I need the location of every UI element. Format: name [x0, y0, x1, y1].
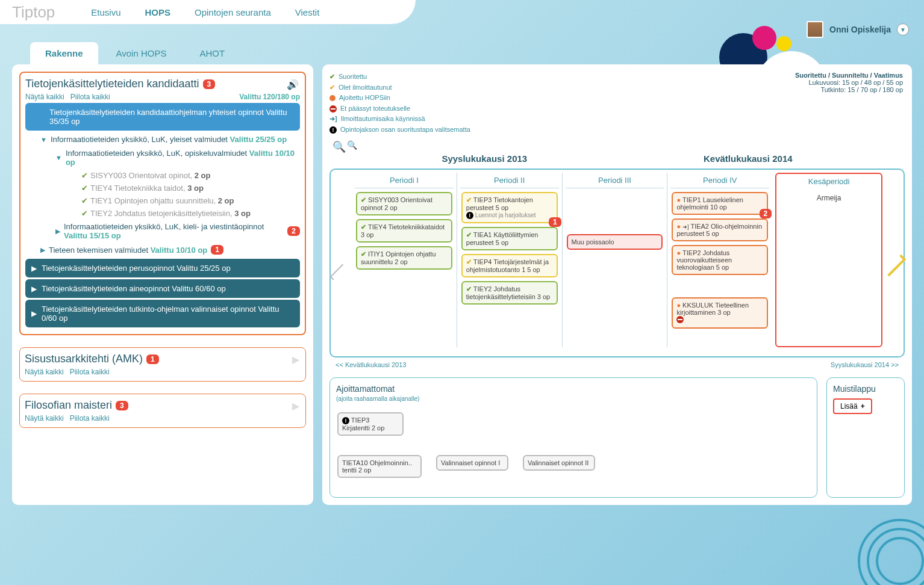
next-semester-link[interactable]: Syyslukukausi 2014 >> [831, 361, 899, 368]
card-tiep3[interactable]: ✔TIEP3 Tietokantojen perusteet 5 op! Lue… [461, 192, 558, 223]
nav-hops[interactable]: HOPS [145, 7, 171, 17]
notes-box: Muistilappu Lisää + [826, 377, 905, 498]
chevron-down-icon[interactable]: ▼ [55, 154, 62, 161]
tree-aineopinnot[interactable]: ▶Tietojenkäsittelytieteiden aineopinnot … [25, 279, 300, 298]
card-tiey4[interactable]: ✔TIEY4 Tietotekniikkataidot 3 op [356, 219, 452, 243]
structure-panel: 🔊 Tietojenkäsittelytieteiden kandidaatti… [12, 64, 313, 505]
unscheduled-box: Ajoittamattomat (ajoita raahaamalla aika… [329, 377, 817, 498]
tab-avoin-hops[interactable]: Avoin HOPS [101, 42, 182, 64]
card-tiep1[interactable]: ●TIEP1 Lausekielinen ohjelmointi 10 op2 [672, 192, 768, 215]
degree1-title: Tietojenkäsittelytieteiden kandidaatti [25, 78, 199, 90]
hide-all-link[interactable]: Piilota kaikki [70, 93, 110, 101]
sem-spring: Kevätlukukausi 2014 [704, 153, 793, 164]
degree-kandidaatti: 🔊 Tietojenkäsittelytieteiden kandidaatti… [19, 72, 306, 335]
chevron-right-icon[interactable]: ▶ [40, 246, 45, 254]
degree1-selected: Valittu 120/180 op [239, 93, 300, 101]
prev-semester-link[interactable]: << Kevätlukukausi 2013 [336, 361, 406, 368]
user-info: Onni Opiskelija ▼ [807, 21, 909, 38]
card-tiea2[interactable]: ●➜] TIEA2 Olio-ohjelmoinnin perusteet 5 … [672, 218, 768, 241]
row5-badge: 1 [211, 245, 223, 255]
card-tiea1[interactable]: ✔TIEA1 Käyttöliittymien perusteet 5 op [461, 227, 558, 250]
card-tiep4[interactable]: ✔TIEP4 Tietojärjestelmät ja ohjelmistotu… [461, 254, 558, 277]
nav-etusivu[interactable]: Etusivu [91, 7, 120, 17]
top-nav: Etusivu HOPS Opintojen seuranta Viestit [91, 7, 319, 17]
tree-yhteiset[interactable]: Tietojenkäsittelytieteiden kandidaattioh… [25, 103, 300, 131]
tab-ahot[interactable]: AHOT [184, 42, 240, 64]
course-tiey1[interactable]: ✔TIEY1 Opintojen ohjattu suunnittelu, 2 … [70, 194, 300, 207]
volume-icon[interactable]: ▶ [292, 354, 299, 365]
decor-rings [858, 519, 924, 585]
unsched-val1[interactable]: Valinnaiset opinnot I [436, 455, 508, 471]
chevron-right-icon[interactable]: ▶ [55, 228, 60, 235]
user-dropdown-icon[interactable]: ▼ [897, 23, 909, 36]
card-sisyy003[interactable]: ✔SISYY003 Orientoivat opinnot 2 op [356, 192, 452, 215]
tree-yleiset-valmiudet[interactable]: ▼ Informaatiotieteiden yksikkö, LuK, yle… [40, 132, 300, 146]
topbar: Tiptop Etusivu HOPS Opintojen seuranta V… [0, 0, 416, 24]
course-sisyy003[interactable]: ✔SISYY003 Orientoivat opinot, 2 op [70, 169, 300, 182]
zoom-in-icon[interactable]: 🔍 [332, 140, 346, 153]
volume-icon[interactable]: 🔊 [287, 79, 299, 90]
card-poissaolo[interactable]: Muu poissaolo [567, 234, 663, 250]
period-2: Periodi II ✔TIEP3 Tietokantojen perustee… [457, 173, 562, 347]
row4-badge: 2 [287, 226, 300, 236]
tree-valinnaiset[interactable]: ▶Tietojenkäsittelytieteiden tutkinto-ohj… [25, 300, 300, 327]
timeline-panel: ✔Suoritettu ✔Olet ilmoittautunut Ajoitet… [322, 64, 912, 505]
period-summer: Kesäperiodi Armeija [775, 173, 882, 347]
tree-opiskeluvalmiudet[interactable]: ▼ Informaatiotieteiden yksikkö, LuK, opi… [55, 146, 300, 169]
course-tiey4[interactable]: ✔TIEY4 Tietotekniikka taidot, 3 op [70, 182, 300, 194]
period-4: Periodi IV ●TIEP1 Lausekielinen ohjelmoi… [667, 173, 772, 347]
chevron-down-icon[interactable]: ▼ [40, 136, 47, 143]
tab-rakenne[interactable]: Rakenne [30, 42, 98, 64]
card-armeija[interactable]: Armeija [779, 189, 878, 207]
card-itiy1[interactable]: ✔ITIY1 Opintojen ohjattu suunnittelu 2 o… [356, 246, 452, 270]
card-tiey2-tl[interactable]: ✔TIEY2 Johdatus tietojenkäsittelytieteis… [461, 281, 558, 305]
zoom-out-icon[interactable]: 🔍 [347, 140, 357, 153]
user-name: Onni Opiskelija [829, 25, 891, 34]
logo: Tiptop [12, 3, 55, 22]
chevron-right-icon: ▶ [31, 264, 37, 273]
login-icon: ➜] [329, 114, 337, 125]
period-3: Periodi III Muu poissaolo [562, 173, 667, 347]
add-note-button[interactable]: Lisää + [833, 398, 872, 414]
nav-viestit[interactable]: Viestit [295, 7, 320, 17]
chevron-right-icon: ▶ [31, 285, 37, 293]
period-1: Periodi I ✔SISYY003 Orientoivat opinnot … [352, 173, 457, 347]
zoom-controls: 🔍 🔍 [332, 140, 905, 153]
chevron-right-icon: ▶ [31, 309, 37, 318]
tree-tieteen-tekeminen[interactable]: ▶ Tieteen tekemisen valmiudet Valittu 10… [40, 243, 300, 257]
unsched-tieta10[interactable]: TIETA10 Ohjelmoinnin.. tentti 2 op [337, 455, 422, 478]
timeline: Periodi I ✔SISYY003 Orientoivat opinnot … [329, 169, 905, 358]
degree-sisustus[interactable]: ▶ Sisustusarkkitehti (AMK) 1 Näytä kaikk… [19, 347, 306, 382]
tree-perusopinnot[interactable]: ▶Tietojenkäsittelytieteiden perusopinnot… [25, 259, 300, 277]
card-kksuluk[interactable]: ●KKSULUK Tieteellinen kirjoittaminen 3 o… [672, 297, 768, 329]
stats: Suoritettu / Suunniteltu / Vaatimus Luku… [795, 72, 903, 93]
avatar[interactable] [807, 21, 823, 38]
volume-icon[interactable]: ▶ [292, 400, 299, 412]
show-all-link[interactable]: Näytä kaikki [25, 93, 64, 101]
plus-icon: + [861, 402, 865, 410]
nav-seuranta[interactable]: Opintojen seuranta [195, 7, 271, 17]
no-entry-icon [329, 105, 337, 113]
degree-filosofia[interactable]: ▶ Filosofian maisteri 3 Näytä kaikkiPiil… [19, 394, 306, 428]
tree-kieli-viestinta[interactable]: ▶ Informaatiotieteiden yksikkö, LuK, kie… [55, 220, 300, 243]
warn-icon: ! [329, 126, 337, 134]
course-tiey2[interactable]: ✔TIEY2 Johdatus tietojenkäsittelytieteis… [70, 207, 300, 220]
card-tiep2[interactable]: ●TIEP2 Johdatus vuorovaikutteiseen tekno… [672, 245, 768, 275]
sem-fall: Syyslukukausi 2013 [442, 153, 527, 164]
unsched-val2[interactable]: Valinnaiset opinnot II [523, 455, 595, 471]
unsched-tiep3[interactable]: ! TIEP3 Kirjatentti 2 op [337, 412, 404, 436]
degree1-badge: 3 [203, 79, 216, 89]
